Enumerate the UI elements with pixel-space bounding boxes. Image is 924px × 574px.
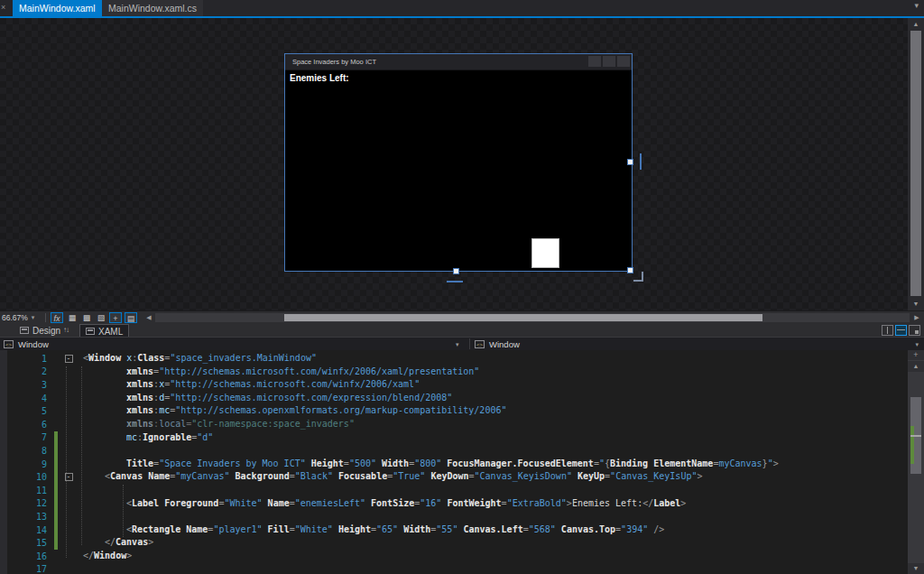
change-tracking-bar [54, 378, 58, 392]
preview-maximize-button [603, 56, 615, 67]
show-grid-icon[interactable]: ▦ [66, 312, 79, 323]
code-line-4[interactable]: 4xmlns:d="http://schemas.microsoft.com/e… [0, 392, 908, 405]
code-line-11[interactable]: 11 [0, 484, 908, 497]
vertical-split-icon[interactable] [882, 325, 893, 336]
code-text[interactable]: xmlns="http://schemas.microsoft.com/winf… [79, 366, 908, 379]
code-text[interactable]: <Label Foreground="White" Name="enemiesL… [79, 497, 908, 511]
scrollbar-thumb[interactable] [284, 314, 762, 321]
split-window-grip[interactable]: + [908, 350, 924, 361]
fold-collapse-icon[interactable]: - [65, 355, 73, 363]
code-line-1[interactable]: 1-<Window x:Class="space_invaders.MainWi… [0, 352, 908, 366]
breadcrumb-right-label: Window [489, 339, 520, 349]
breadcrumb-left[interactable]: <> Window [4, 338, 49, 350]
change-tracking-bar [54, 497, 58, 511]
resize-handle-right[interactable] [627, 159, 633, 165]
pane-tab-row: Design ↑↓ XAML [0, 323, 924, 337]
line-number: 12 [7, 498, 54, 508]
change-tracking-bar [54, 458, 58, 471]
indent-guide-level2 [123, 485, 125, 537]
code-text[interactable]: xmlns:d="http://schemas.microsoft.com/ex… [79, 392, 908, 405]
snap-grid-icon[interactable]: ▩ [80, 312, 93, 323]
breadcrumb-left-label: Window [18, 339, 49, 349]
code-line-2[interactable]: 2xmlns="http://schemas.microsoft.com/win… [0, 366, 908, 379]
design-surface[interactable]: Space Invaders by Moo ICT Enemies Left: … [0, 18, 924, 310]
code-line-8[interactable]: 8 [0, 444, 908, 458]
resize-grip-bottom [447, 281, 463, 282]
code-line-13[interactable]: 13 [0, 510, 908, 523]
code-line-5[interactable]: 5xmlns:mc="http://schemas.openxmlformats… [0, 404, 908, 418]
code-text[interactable]: <Window x:Class="space_invaders.MainWind… [79, 352, 908, 366]
horizontal-split-icon[interactable] [895, 325, 907, 336]
code-text[interactable]: mc:Ignorable="d" [79, 431, 908, 445]
snap-to-snaplines-icon[interactable]: + [109, 312, 122, 323]
scroll-right-icon[interactable]: ▶ [912, 313, 921, 322]
xml-element-icon: <> [4, 340, 14, 348]
tab-xaml[interactable]: XAML [79, 324, 129, 338]
tab-mainwindow-xaml-cs[interactable]: MainWindow.xaml.cs [102, 0, 203, 16]
designer-window-preview[interactable]: Space Invaders by Moo ICT Enemies Left: [284, 53, 633, 272]
change-tracking-bar [54, 418, 58, 431]
scrollbar-thumb[interactable] [910, 31, 921, 296]
editor-vertical-scrollbar[interactable]: + ▲ ▼ [908, 350, 924, 574]
code-line-14[interactable]: 14<Rectangle Name="player1" Fill="White"… [0, 523, 908, 537]
code-lines: 1-<Window x:Class="space_invaders.MainWi… [0, 352, 908, 574]
code-line-16[interactable]: 16</Window> [0, 550, 908, 563]
show-annotations-icon[interactable]: ▤ [125, 312, 137, 323]
snaplines-icon[interactable]: ▧ [95, 312, 107, 323]
code-line-17[interactable]: 17 [0, 563, 908, 574]
line-number: 8 [7, 446, 54, 456]
design-horizontal-scrollbar[interactable] [155, 313, 910, 322]
scroll-left-icon[interactable]: ◀ [144, 313, 153, 322]
scroll-up-icon[interactable]: ▲ [908, 19, 924, 30]
scroll-up-icon[interactable]: ▲ [908, 361, 924, 372]
xaml-code-editor[interactable]: 1-<Window x:Class="space_invaders.MainWi… [0, 350, 924, 574]
code-line-3[interactable]: 3xmlns:x="http://schemas.microsoft.com/w… [0, 378, 908, 392]
visual-studio-window: × MainWindow.xaml × MainWindow.xaml.cs ▾… [0, 0, 924, 574]
pane-layout-controls [882, 325, 920, 336]
change-tracking-bar [54, 392, 58, 405]
code-line-9[interactable]: 9Title="Space Invaders by Moo ICT" Heigh… [0, 458, 908, 471]
line-number: 9 [7, 459, 54, 469]
code-text[interactable]: <Rectangle Name="player1" Fill="White" H… [79, 523, 908, 537]
preview-window-title: Space Invaders by Moo ICT [292, 58, 376, 66]
resize-handle-bottom-right[interactable] [627, 267, 633, 273]
zoom-combobox[interactable]: 66.67% ▾ [2, 312, 34, 323]
design-vertical-scrollbar[interactable]: ▲ ▼ [908, 18, 924, 310]
code-text[interactable]: xmlns:mc="http://schemas.openxmlformats.… [79, 404, 908, 418]
toolbar-separator [45, 313, 46, 322]
line-number: 13 [7, 512, 54, 522]
code-text[interactable]: </Canvas> [79, 536, 908, 550]
code-line-15[interactable]: 15</Canvas> [0, 536, 908, 550]
code-text[interactable]: xmlns:local="clr-namespace:space_invader… [79, 418, 908, 431]
scroll-down-icon[interactable]: ▼ [908, 563, 924, 574]
scroll-down-icon[interactable]: ▼ [908, 299, 924, 310]
line-number: 3 [7, 380, 54, 390]
code-line-10[interactable]: 10-<Canvas Name="myCanvas" Background="B… [0, 470, 908, 484]
effects-toggle-icon[interactable]: fx [51, 312, 63, 323]
edge-close-icon[interactable]: × [1, 3, 5, 12]
enemies-left-label[interactable]: Enemies Left: [290, 73, 349, 83]
design-tab-label: Design [32, 326, 60, 336]
chevron-down-icon[interactable]: ▾ [915, 341, 919, 348]
chevron-down-icon: ▾ [32, 314, 35, 321]
change-tracking-bar [54, 431, 58, 445]
swap-panes-icon[interactable]: ↑↓ [63, 326, 69, 334]
code-text[interactable]: </Window> [79, 550, 908, 563]
design-view-icon [20, 327, 29, 334]
code-line-7[interactable]: 7mc:Ignorable="d" [0, 431, 908, 445]
code-text[interactable]: xmlns:x="http://schemas.microsoft.com/wi… [79, 378, 908, 392]
preview-canvas[interactable]: Enemies Left: [285, 70, 632, 270]
code-text[interactable]: Title="Space Invaders by Moo ICT" Height… [79, 458, 908, 471]
resize-handle-bottom[interactable] [453, 268, 459, 274]
player1-rectangle[interactable] [531, 238, 559, 268]
code-line-6[interactable]: 6xmlns:local="clr-namespace:space_invade… [0, 418, 908, 431]
tab-design[interactable]: Design [14, 324, 66, 337]
code-text[interactable]: <Canvas Name="myCanvas" Background="Blac… [79, 470, 908, 484]
breadcrumb-right[interactable]: <> Window [475, 338, 520, 350]
code-line-12[interactable]: 12<Label Foreground="White" Name="enemie… [0, 497, 908, 511]
element-navigator-bar: <> Window ▾ <> Window ▾ [0, 337, 924, 351]
tab-overflow-dropdown-icon[interactable]: ▾ [914, 1, 919, 10]
collapse-pane-icon[interactable] [909, 325, 920, 336]
scrollbar-track[interactable] [908, 372, 924, 563]
chevron-down-icon[interactable]: ▾ [456, 341, 459, 348]
